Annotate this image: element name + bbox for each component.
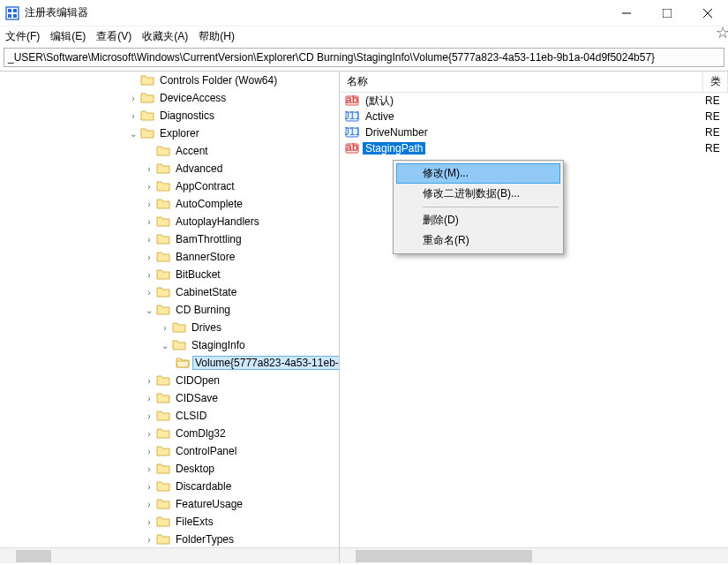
chevron-right-icon[interactable]: › [143,164,155,174]
tree-row[interactable]: ›FileExts [0,513,339,531]
folder-icon [172,338,186,352]
chevron-right-icon[interactable]: › [143,464,155,474]
tree-row[interactable]: ›ControlPanel [0,442,339,460]
chevron-right-icon[interactable]: › [143,376,155,386]
chevron-down-icon[interactable]: ⌄ [127,129,139,139]
menu-edit[interactable]: 编辑(E) [50,29,86,44]
chevron-right-icon[interactable]: › [143,270,155,280]
chevron-right-icon[interactable]: › [127,94,139,103]
tree-label: Accent [173,144,211,158]
folder-icon [156,215,170,229]
list-row[interactable]: 011DriveNumberRE [340,124,728,140]
chevron-right-icon[interactable]: › [143,288,155,298]
value-name: (默认) [363,94,396,109]
tree-row[interactable]: ›Drives [0,319,339,336]
tree-row[interactable]: ⌄StagingInfo [0,336,339,354]
minimize-button[interactable] [606,0,647,26]
list-horizontal-scrollbar[interactable] [340,547,728,563]
chevron-right-icon[interactable]: › [159,323,171,333]
value-type: RE [705,126,728,139]
address-bar[interactable]: _USER\Software\Microsoft\Windows\Current… [4,48,724,67]
chevron-right-icon[interactable]: › [143,217,155,227]
tree-row[interactable]: ›CIDOpen [0,372,339,389]
tree-row[interactable]: ›ComDlg32 [0,425,339,442]
chevron-right-icon[interactable]: › [143,500,155,509]
menu-favorites[interactable]: 收藏夹(A) [142,29,188,44]
tree-row[interactable]: Accent [0,142,339,160]
tree-horizontal-scrollbar[interactable] [0,547,339,563]
ctx-modify[interactable]: 修改(M)... [396,163,560,184]
tree-row[interactable]: ›AppContract [0,177,339,195]
chevron-down-icon[interactable]: ⌄ [143,305,155,315]
chevron-right-icon[interactable]: › [143,447,155,456]
column-name[interactable]: 名称 [340,72,703,92]
tree-row[interactable]: ›Discardable [0,478,339,495]
folder-icon [156,250,170,264]
tree-row[interactable]: ›AutoplayHandlers [0,213,339,230]
folder-icon [156,197,170,211]
folder-icon [172,320,186,335]
tree-row[interactable]: ›DeviceAccess [0,89,339,107]
folder-icon [140,73,154,87]
list-row[interactable]: 011ActiveRE [340,109,728,124]
menu-file[interactable]: 文件(F) [5,29,40,44]
ctx-modify-binary[interactable]: 修改二进制数据(B)... [396,184,560,204]
tree-row[interactable]: Controls Folder (Wow64) [0,72,339,89]
chevron-right-icon[interactable]: › [143,200,155,209]
list-row[interactable]: ab(默认)RE [340,93,728,109]
chevron-right-icon[interactable]: › [143,411,155,421]
ctx-rename[interactable]: 重命名(R) [396,230,560,251]
chevron-right-icon[interactable]: › [127,111,139,121]
chevron-right-icon[interactable]: › [143,429,155,439]
tree-row[interactable]: ›FolderTypes [0,531,339,547]
star-icon: ☆ [716,23,728,42]
column-type[interactable]: 类 [703,72,728,92]
tree-label: Volume{5777a823-4a53-11eb-9b… [192,356,339,370]
maximize-button[interactable] [647,0,687,26]
tree-label: FolderTypes [173,532,236,546]
tree-label: FeatureUsage [173,497,245,511]
chevron-down-icon[interactable]: ⌄ [159,341,171,350]
folder-icon [140,126,154,140]
chevron-right-icon[interactable]: › [143,517,155,527]
tree-row[interactable]: ›CLSID [0,407,339,425]
chevron-right-icon[interactable]: › [143,182,155,192]
folder-icon [156,267,170,282]
tree-row[interactable]: ›AutoComplete [0,195,339,213]
chevron-right-icon[interactable]: › [143,394,155,403]
tree-row[interactable]: ›BannerStore [0,248,339,266]
chevron-right-icon[interactable]: › [143,482,155,492]
folder-icon [156,532,170,546]
tree-label: Drives [189,320,224,335]
folder-icon [156,462,170,476]
svg-text:ab: ab [346,141,358,154]
string-value-icon: ab [345,94,359,108]
svg-text:011: 011 [345,109,359,122]
tree-row[interactable]: ›Advanced [0,160,339,177]
svg-rect-6 [663,9,672,18]
tree-row[interactable]: ›CabinetState [0,283,339,301]
folder-icon [156,515,170,529]
list-row[interactable]: abStagingPathRE [340,140,728,156]
tree-row[interactable]: ›BitBucket [0,266,339,283]
tree-row[interactable]: ›CIDSave [0,389,339,407]
tree-row[interactable]: ›Diagnostics [0,107,339,124]
tree-row[interactable]: ⌄CD Burning [0,301,339,319]
menu-view[interactable]: 查看(V) [96,29,131,44]
tree[interactable]: Controls Folder (Wow64)›DeviceAccess›Dia… [0,72,339,547]
tree-row[interactable]: Volume{5777a823-4a53-11eb-9b… [0,354,339,372]
folder-icon [156,285,170,299]
tree-pane: Controls Folder (Wow64)›DeviceAccess›Dia… [0,72,340,563]
tree-row[interactable]: ⌄Explorer [0,124,339,142]
tree-label: ControlPanel [173,444,239,458]
chevron-right-icon[interactable]: › [143,235,155,245]
chevron-right-icon[interactable]: › [143,535,155,545]
menu-help[interactable]: 帮助(H) [199,29,235,44]
tree-row[interactable]: ›Desktop [0,460,339,478]
svg-rect-3 [8,14,11,18]
chevron-right-icon[interactable]: › [143,252,155,262]
tree-row[interactable]: ›BamThrottling [0,230,339,248]
ctx-delete[interactable]: 删除(D) [396,210,560,230]
value-name: DriveNumber [363,126,431,139]
tree-row[interactable]: ›FeatureUsage [0,495,339,513]
